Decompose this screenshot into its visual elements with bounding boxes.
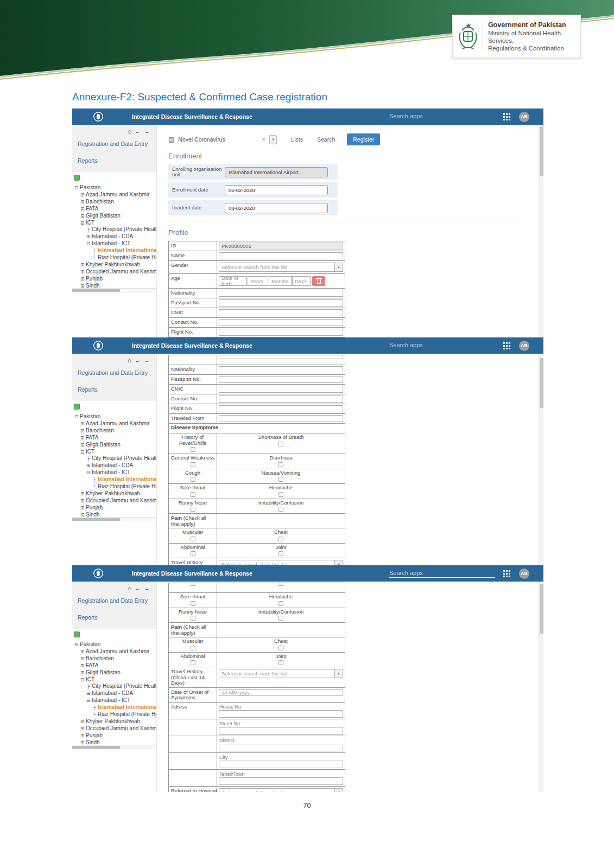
tree-expander-icon[interactable]: ⊟	[74, 413, 80, 420]
years-input[interactable]: Years	[248, 276, 268, 286]
tree-node-sindh[interactable]: ⊞Sindh	[73, 283, 156, 288]
user-avatar[interactable]: AB	[519, 341, 529, 351]
tree-node-ict[interactable]: ⊟ICT	[73, 449, 156, 456]
tree-expander-icon[interactable]: ⊟	[74, 641, 80, 648]
checkbox-irritability-confusion[interactable]	[278, 616, 283, 621]
checkbox-joint[interactable]	[278, 660, 283, 665]
caret-down-icon[interactable]: ▼	[334, 669, 343, 678]
tree-node-ict[interactable]: ⊟ICT	[73, 220, 156, 227]
tree-node-riaz-hospital-private-health-facilit[interactable]: └Riaz Hospital (Private Health Facilit	[73, 711, 156, 718]
select-field[interactable]: Select or search from the list▼	[219, 788, 343, 793]
checkbox-shortness-of-breath[interactable]	[278, 442, 283, 446]
checkbox[interactable]	[191, 583, 195, 586]
tree-node-gilgit-baltistan[interactable]: ⊞Gilgit Baltistan	[73, 442, 156, 449]
form-input[interactable]	[219, 290, 343, 297]
tree-expander-icon[interactable]: ⊞	[80, 261, 86, 269]
tree-node-pakistan[interactable]: ⊟Pakistan	[73, 413, 156, 420]
checkbox-general-weakness[interactable]	[191, 462, 195, 467]
apps-grid-icon[interactable]	[503, 342, 510, 349]
back-arrow-icon[interactable]: ←	[135, 585, 141, 591]
tree-node-islamabad-international-airport[interactable]: ├Islamabad International Airport	[73, 704, 156, 711]
tree-expander-icon[interactable]: ⊟	[80, 449, 86, 456]
tree-expander-icon[interactable]: ⊟	[80, 676, 86, 684]
caret-down-icon[interactable]: ▼	[334, 263, 343, 271]
orgunit-icon[interactable]	[74, 631, 80, 637]
tree-expander-icon[interactable]: ⊞	[80, 283, 86, 288]
forward-arrow-icon[interactable]: →	[144, 357, 150, 363]
tree-node-sindh[interactable]: ⊞Sindh	[73, 512, 156, 517]
tree-expander-icon[interactable]: ⊞	[80, 725, 86, 732]
tree-node-city-hospital-private-health-facility[interactable]: ├City Hospital (Private Health Facility	[73, 455, 156, 462]
checkbox-muscular[interactable]	[191, 646, 195, 650]
program-dropdown-icon[interactable]: ▾	[269, 135, 277, 144]
tree-expander-icon[interactable]: ⊞	[80, 199, 86, 206]
tree-expander-icon[interactable]: └	[92, 711, 98, 718]
tree-expander-icon[interactable]: ⊞	[86, 690, 92, 697]
home-icon[interactable]: ⌂	[128, 585, 131, 591]
form-input[interactable]	[219, 309, 343, 316]
vertical-scrollbar[interactable]	[539, 125, 543, 337]
vertical-scrollbar[interactable]	[539, 354, 543, 565]
nav-reports[interactable]: Reports	[78, 614, 156, 621]
form-input[interactable]	[219, 376, 343, 383]
tree-expander-icon[interactable]: ⊞	[80, 192, 86, 199]
vertical-scrollbar[interactable]	[539, 582, 543, 792]
form-input[interactable]	[219, 415, 343, 422]
tree-node-islamabad-ict[interactable]: ⊟Islamabad - ICT	[73, 469, 156, 476]
tree-node-riaz-hospital-private-health-facilit[interactable]: └Riaz Hospital (Private Health Facilit	[73, 483, 156, 490]
city-input[interactable]	[219, 761, 343, 768]
checkbox-diarrhoea[interactable]	[278, 462, 283, 467]
checkbox-history-of-fever-chills[interactable]	[191, 447, 195, 452]
tree-node-azad-jammu-and-kashmir[interactable]: ⊞Azad Jammu and Kashmir	[73, 648, 156, 655]
tree-expander-icon[interactable]: ⊞	[80, 276, 86, 283]
select-field[interactable]: Select or search from the list▼	[219, 669, 343, 678]
tree-node-islamabad-cda[interactable]: ⊞Islamabad - CDA	[73, 233, 156, 240]
checkbox-abdominal[interactable]	[191, 551, 195, 556]
tree-expander-icon[interactable]: ⊞	[80, 662, 86, 669]
tree-expander-icon[interactable]: ├	[92, 704, 98, 711]
tree-expander-icon[interactable]: ⊞	[80, 427, 86, 435]
checkbox-joint[interactable]	[278, 551, 283, 556]
sidebar-scrollbar[interactable]	[72, 745, 156, 749]
tree-expander-icon[interactable]: ⊞	[80, 269, 86, 276]
form-input[interactable]	[219, 386, 343, 393]
select-field[interactable]: Select or search from the list▼	[219, 263, 343, 272]
select-field[interactable]: Select or search from the list▼	[219, 560, 343, 565]
tree-expander-icon[interactable]: ⊞	[80, 490, 86, 497]
tree-node-balochistan[interactable]: ⊞Balochistan	[73, 655, 156, 662]
user-avatar[interactable]: AB	[519, 112, 529, 122]
caret-down-icon[interactable]: ▼	[334, 560, 343, 565]
user-avatar[interactable]: AB	[519, 569, 529, 579]
tree-node-occupied-jammu-and-kashmir[interactable]: ⊞Occupied Jammu and Kashmir	[73, 497, 156, 505]
tree-expander-icon[interactable]: ⊞	[80, 655, 86, 662]
search-apps-input[interactable]: Search apps	[389, 113, 495, 120]
form-input[interactable]: 08-02-2020	[225, 203, 328, 213]
tree-node-city-hospital-private-health-facility[interactable]: ├City Hospital (Private Health Facility	[73, 226, 156, 233]
tree-expander-icon[interactable]: ├	[86, 455, 92, 462]
tree-node-occupied-jammu-and-kashmir[interactable]: ⊞Occupied Jammu and Kashmir	[73, 269, 156, 276]
checkbox-chest[interactable]	[278, 646, 283, 650]
tree-node-khyber-pakhtunkhwah[interactable]: ⊞Khyber Pakhtunkhwah	[73, 261, 156, 269]
tree-expander-icon[interactable]: └	[92, 483, 98, 490]
tree-node-fata[interactable]: ⊞FATA	[73, 435, 156, 442]
house-no-input[interactable]	[219, 710, 343, 718]
form-input[interactable]	[219, 395, 343, 403]
register-button[interactable]: Register	[347, 133, 380, 145]
tree-expander-icon[interactable]: ⊞	[80, 648, 86, 655]
tehsil-town-input[interactable]	[219, 777, 343, 785]
date-of-birth-input[interactable]: Date of birth	[219, 276, 247, 286]
home-icon[interactable]: ⌂	[128, 128, 131, 135]
tree-node-punjab[interactable]: ⊞Punjab	[73, 276, 156, 283]
checkbox-headache[interactable]	[278, 601, 283, 606]
tree-node-islamabad-ict[interactable]: ⊟Islamabad - ICT	[73, 240, 156, 247]
checkbox-muscular[interactable]	[191, 537, 195, 541]
tree-expander-icon[interactable]: ⊞	[80, 420, 86, 427]
tree-expander-icon[interactable]: ⊞	[80, 206, 86, 213]
tree-node-pakistan[interactable]: ⊟Pakistan	[73, 641, 156, 648]
forward-arrow-icon[interactable]: →	[144, 128, 150, 135]
sidebar-scrollbar[interactable]	[72, 517, 156, 521]
home-icon[interactable]: ⌂	[128, 357, 131, 363]
checkbox-abdominal[interactable]	[191, 660, 195, 665]
tree-expander-icon[interactable]: ⊟	[80, 220, 86, 227]
apps-grid-icon[interactable]	[503, 113, 510, 120]
